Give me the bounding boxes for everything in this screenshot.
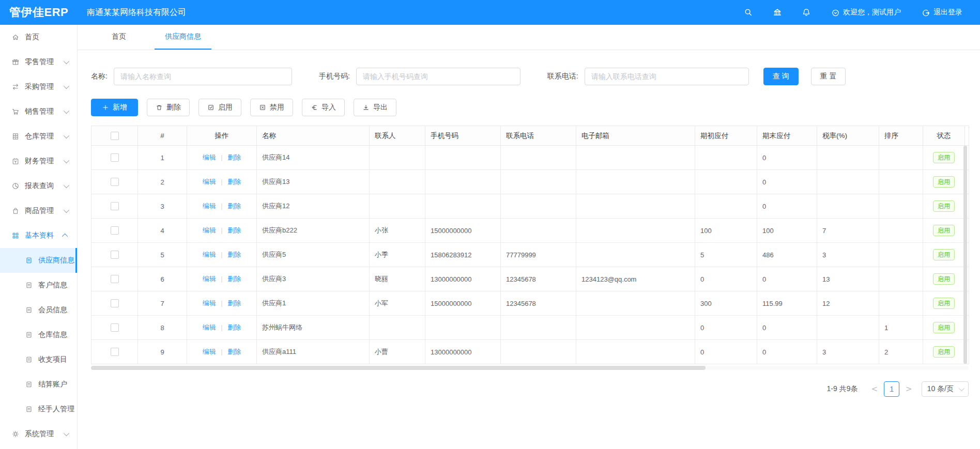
row-checkbox[interactable] [111, 178, 119, 186]
row-checkbox[interactable] [111, 275, 119, 283]
mobile-filter-input[interactable] [356, 68, 520, 85]
sidebar-item-goods[interactable]: 商品管理 [0, 198, 77, 223]
sidebar-item-label: 收支项目 [38, 355, 77, 364]
sidebar-item-retail[interactable]: 零售管理 [0, 50, 77, 74]
delete-link[interactable]: 删除 [227, 299, 241, 307]
delete-link[interactable]: 删除 [227, 202, 241, 210]
delete-link[interactable]: 删除 [227, 153, 241, 161]
vertical-scrollbar-thumb[interactable] [963, 146, 967, 364]
sidebar-item-finance[interactable]: 财务管理 [0, 149, 77, 174]
add-button[interactable]: 新增 [91, 99, 138, 116]
row-status-cell: 启用 [923, 170, 965, 194]
page-size-select[interactable]: 10 条/页 [922, 381, 969, 397]
delete-link[interactable]: 删除 [227, 348, 241, 355]
edit-link[interactable]: 编辑 [203, 275, 216, 283]
cell-email [576, 316, 695, 340]
tab-supplier-info[interactable]: 供应商信息 [155, 25, 211, 50]
horizontal-scrollbar[interactable] [91, 366, 969, 370]
sidebar-item-home[interactable]: 首页 [0, 25, 77, 50]
chevron-down-icon [64, 133, 69, 138]
delete-link[interactable]: 删除 [227, 226, 241, 234]
row-checkbox[interactable] [111, 323, 119, 332]
search-button[interactable]: 查 询 [763, 68, 799, 85]
row-checkbox[interactable] [111, 202, 119, 210]
horizontal-scrollbar-thumb[interactable] [91, 366, 706, 370]
col-index: # [138, 126, 187, 146]
filter-bar: 名称: 手机号码: 联系电话: 查 询 重 置 [91, 68, 968, 85]
edit-link[interactable]: 编辑 [203, 323, 216, 331]
search-icon[interactable] [744, 8, 753, 17]
report-pie-icon [11, 182, 20, 190]
col-contact: 联系人 [370, 126, 425, 146]
name-filter-input[interactable] [114, 68, 292, 85]
sidebar-item-handler-management[interactable]: 经手人管理 [0, 397, 77, 422]
enable-button[interactable]: 启用 [198, 99, 241, 116]
sidebar-item-warehouse[interactable]: 仓库管理 [0, 124, 77, 149]
sidebar-item-purchase[interactable]: 采购管理 [0, 74, 77, 99]
row-checkbox[interactable] [111, 299, 119, 307]
document-icon [25, 281, 33, 289]
cell-sort: 2 [879, 340, 923, 364]
col-initial-payable: 期初应付 [695, 126, 757, 146]
delete-link[interactable]: 删除 [227, 251, 241, 258]
sidebar-item-sales[interactable]: 销售管理 [0, 99, 77, 124]
edit-link[interactable]: 编辑 [203, 251, 216, 258]
cell-phone [501, 146, 576, 170]
row-checkbox[interactable] [111, 153, 119, 162]
prev-page-button[interactable]: < [867, 384, 882, 394]
export-button[interactable]: 导出 [354, 99, 396, 116]
import-button[interactable]: 导入 [302, 99, 345, 116]
sidebar-item-settlement-account[interactable]: 结算账户 [0, 372, 77, 397]
edit-link[interactable]: 编辑 [203, 348, 216, 355]
cell-name: 苏州蜗牛网络 [257, 316, 370, 340]
cell-mobile [425, 194, 501, 219]
status-badge: 启用 [933, 200, 955, 211]
row-index: 7 [138, 291, 187, 316]
sidebar-item-income-expense[interactable]: 收支项目 [0, 347, 77, 372]
tab-home[interactable]: 首页 [101, 25, 136, 50]
edit-link[interactable]: 编辑 [203, 202, 216, 210]
pagination: 1-9 共9条 < 1 > 10 条/页 [91, 381, 969, 397]
edit-link[interactable]: 编辑 [203, 299, 216, 307]
page-size-value: 10 条/页 [927, 384, 954, 394]
row-checkbox[interactable] [111, 251, 119, 259]
sidebar-item-label: 仓库管理 [25, 132, 64, 141]
bell-icon[interactable] [802, 8, 811, 17]
sidebar-item-basic-data[interactable]: 基本资料 [0, 223, 77, 248]
reset-button[interactable]: 重 置 [811, 68, 846, 85]
welcome-user[interactable]: 欢迎您，测试用户 [831, 8, 901, 17]
sidebar-item-warehouse-info[interactable]: 仓库信息 [0, 322, 77, 347]
sidebar-item-member-info[interactable]: 会员信息 [0, 298, 77, 322]
row-checkbox[interactable] [111, 348, 119, 356]
cell-tax-rate: 3 [817, 243, 879, 267]
sidebar-item-system[interactable]: 系统管理 [0, 422, 77, 446]
row-actions: 编辑 | 删除 [187, 243, 257, 267]
delete-link[interactable]: 删除 [227, 275, 241, 283]
sidebar-item-customer-info[interactable]: 客户信息 [0, 273, 77, 298]
bank-icon[interactable] [773, 8, 782, 17]
check-square-icon [207, 104, 215, 111]
cell-sort [879, 219, 923, 243]
logout-button[interactable]: 退出登录 [922, 8, 962, 17]
user-icon [831, 8, 840, 17]
vertical-scrollbar[interactable] [963, 146, 967, 364]
cell-mobile: 15806283912 [425, 243, 501, 267]
cell-name: 供应商a111 [257, 340, 370, 364]
disable-button[interactable]: 禁用 [250, 99, 293, 116]
sidebar-item-label: 商品管理 [25, 206, 64, 215]
delete-link[interactable]: 删除 [227, 178, 241, 185]
row-checkbox[interactable] [111, 226, 119, 235]
select-all-checkbox[interactable] [111, 132, 119, 140]
edit-link[interactable]: 编辑 [203, 153, 216, 161]
sidebar-item-reports[interactable]: 报表查询 [0, 174, 77, 198]
delete-link[interactable]: 删除 [227, 323, 241, 331]
phone-filter-input[interactable] [585, 68, 749, 85]
edit-link[interactable]: 编辑 [203, 226, 216, 234]
edit-link[interactable]: 编辑 [203, 178, 216, 185]
delete-button[interactable]: 删除 [147, 99, 190, 116]
sidebar-item-supplier-info[interactable]: 供应商信息 [0, 248, 77, 273]
page-number-button[interactable]: 1 [884, 381, 899, 397]
next-page-button[interactable]: > [901, 384, 916, 394]
row-status-cell: 启用 [923, 316, 965, 340]
action-divider: | [221, 275, 222, 283]
